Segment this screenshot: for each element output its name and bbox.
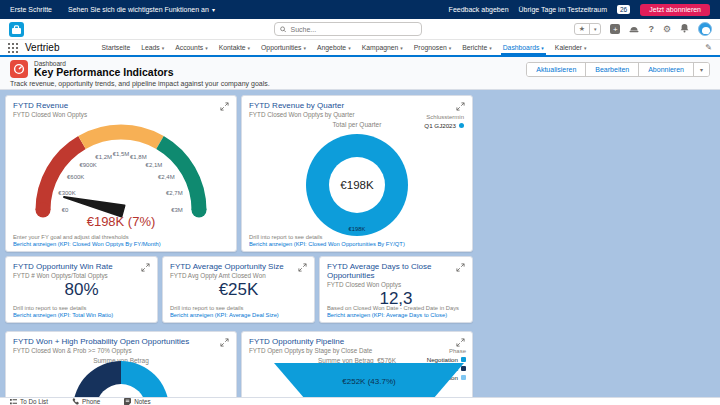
tab-label: Kampagnen xyxy=(362,44,399,51)
chevron-down-icon: ▾ xyxy=(584,45,587,51)
guidance-center-icon[interactable] xyxy=(629,24,639,35)
tab-opportunities[interactable]: Opportunities▾ xyxy=(259,40,308,55)
expand-icon[interactable] xyxy=(456,102,465,111)
gauge-tick-label: €600K xyxy=(67,174,84,180)
card-subtitle: FYTD Closed Won Opptys by Quarter xyxy=(249,111,355,118)
tab-accounts[interactable]: Accounts▾ xyxy=(173,40,209,55)
gauge-value-label: €198K (7%) xyxy=(13,214,229,229)
legend-color-swatch xyxy=(461,366,466,371)
view-report-link[interactable]: Bericht anzeigen (KPI: Closed Won Opptys… xyxy=(13,241,161,247)
expand-icon[interactable] xyxy=(141,263,150,272)
tab-label: Berichte xyxy=(462,44,487,51)
card-fytd-opportunity-pipeline: FYTD Opportunity Pipeline FYTD Open Oppt… xyxy=(241,331,473,397)
tab-label: Startseite xyxy=(101,44,130,51)
kpi-metric-value[interactable]: €25K xyxy=(170,280,307,300)
global-actions-icon[interactable]: + xyxy=(610,24,620,34)
tab-dashboards[interactable]: Dashboards▾ xyxy=(501,40,546,55)
chevron-down-icon: ▾ xyxy=(449,45,452,51)
salesforce-window: Erste Schritte Sehen Sie sich die wichti… xyxy=(0,0,720,405)
utility-todo-list[interactable]: To Do List xyxy=(10,398,48,405)
won-high-prob-donut-chart[interactable] xyxy=(73,361,169,397)
expand-icon[interactable] xyxy=(298,263,307,272)
refresh-button[interactable]: Aktualisieren xyxy=(527,63,586,76)
tab-leads[interactable]: Leads▾ xyxy=(139,40,166,55)
phone-icon xyxy=(72,398,79,405)
favorites-dropdown-icon[interactable]: ▾ xyxy=(590,24,601,34)
card-footer-note: Drill into report to see details xyxy=(170,305,279,311)
view-report-link[interactable]: Bericht anzeigen (KPI: Total Win Ratio) xyxy=(13,312,113,318)
help-icon[interactable]: ? xyxy=(648,24,654,34)
tab-berichte[interactable]: Berichte▾ xyxy=(460,40,493,55)
kpi-metric-value[interactable]: 80% xyxy=(13,280,150,300)
utility-phone[interactable]: Phone xyxy=(72,398,100,405)
card-fytd-average-days-to-close: FYTD Average Days to Close Opportunities… xyxy=(319,256,473,323)
chevron-down-icon: ▾ xyxy=(348,45,351,51)
card-footer-note: Enter your FY goal and adjust dial thres… xyxy=(13,234,161,240)
trial-link-erste-schritte[interactable]: Erste Schritte xyxy=(10,6,52,13)
card-title: FYTD Average Opportunity Size xyxy=(170,262,284,271)
app-logo-icon[interactable] xyxy=(8,22,25,37)
gauge-tick-label: €3M xyxy=(171,207,183,213)
tab-kontakte[interactable]: Kontakte▾ xyxy=(217,40,252,55)
setup-gear-icon[interactable]: ⚙ xyxy=(663,24,671,34)
tab-startseite[interactable]: Startseite xyxy=(99,40,132,55)
chevron-down-icon: ▾ xyxy=(248,45,251,51)
view-report-link[interactable]: Bericht anzeigen (KPI: Average Days to C… xyxy=(327,312,459,318)
trial-link-funktionen-label: Sehen Sie sich die wichtigsten Funktione… xyxy=(68,6,209,13)
utility-item-label: Phone xyxy=(82,398,100,405)
edit-navigation-pencil-icon[interactable]: ✎ xyxy=(705,43,712,52)
global-header-icons: ★ ▾ + ? ⚙ xyxy=(574,22,712,36)
chevron-down-icon: ▾ xyxy=(489,45,492,51)
expand-icon[interactable] xyxy=(220,102,229,111)
tab-prognosen[interactable]: Prognosen▾ xyxy=(412,40,453,55)
utility-notes[interactable]: Notes xyxy=(124,398,150,405)
edit-button[interactable]: Bearbeiten xyxy=(586,63,639,76)
tab-label: Dashboards xyxy=(503,44,540,51)
quarter-donut-chart[interactable]: €198K €198K xyxy=(306,134,408,236)
donut-hole: €198K xyxy=(329,157,385,213)
page-title: Key Performance Indicators xyxy=(34,67,173,78)
gauge-tick-label: €1,2M xyxy=(95,154,112,160)
trial-link-funktionen[interactable]: Sehen Sie sich die wichtigsten Funktione… xyxy=(68,6,215,13)
card-fytd-revenue: FYTD Revenue FYTD Closed Won Opptys €0 €… xyxy=(5,95,237,252)
more-actions-button[interactable]: ▾ xyxy=(694,63,709,76)
favorites-star-icon[interactable]: ★ xyxy=(575,24,590,34)
legend-item[interactable]: Negotiation xyxy=(416,356,466,363)
dashboard-action-buttons: Aktualisieren Bearbeiten Abonnieren ▾ xyxy=(526,62,710,77)
legend-item-label: Negotiation xyxy=(427,356,458,363)
view-report-link[interactable]: Bericht anzeigen (KPI: Closed Won Opport… xyxy=(249,241,405,247)
tab-kalender[interactable]: Kalender▾ xyxy=(553,40,589,55)
legend-color-dot xyxy=(459,123,464,128)
global-search[interactable] xyxy=(274,22,422,36)
tab-angebote[interactable]: Angebote▾ xyxy=(315,40,353,55)
card-fytd-revenue-by-quarter: FYTD Revenue by Quarter FYTD Closed Won … xyxy=(241,95,473,252)
expand-icon[interactable] xyxy=(456,338,465,347)
notifications-bell-icon[interactable] xyxy=(680,23,689,35)
expand-icon[interactable] xyxy=(220,338,229,347)
pipeline-funnel-stage[interactable]: €252K (43.7%) xyxy=(274,363,464,397)
chart-legend: Schlusstermin Q1 GJ2023 xyxy=(424,114,464,131)
donut-center-value: €198K xyxy=(340,179,373,191)
tab-label: Opportunities xyxy=(261,44,301,51)
legend-item-label: Q1 GJ2023 xyxy=(424,122,456,129)
tab-kampagnen[interactable]: Kampagnen▾ xyxy=(360,40,405,55)
legend-item[interactable]: Q1 GJ2023 xyxy=(424,122,464,129)
view-report-link[interactable]: Bericht anzeigen (KPI: Average Deal Size… xyxy=(170,312,279,318)
tab-label: Leads xyxy=(141,44,160,51)
subscribe-now-button[interactable]: Jetzt abonnieren xyxy=(640,4,710,16)
dashboard-canvas: FYTD Revenue FYTD Closed Won Opptys €0 €… xyxy=(0,90,720,397)
dashboard-header: Dashboard Key Performance Indicators Akt… xyxy=(0,57,720,90)
revenue-gauge-chart[interactable]: €0 €300K €600K €900K €1,2M €1,5M €1,8M €… xyxy=(13,118,229,230)
chevron-down-icon: ▾ xyxy=(212,7,215,13)
app-launcher-icon[interactable] xyxy=(8,43,18,53)
card-title: FYTD Average Days to Close Opportunities xyxy=(327,262,456,280)
user-avatar[interactable] xyxy=(698,22,712,36)
chevron-down-icon: ▾ xyxy=(400,45,403,51)
subscribe-dashboard-button[interactable]: Abonnieren xyxy=(639,63,694,76)
trial-banner: Erste Schritte Sehen Sie sich die wichti… xyxy=(0,0,720,19)
feedback-link[interactable]: Feedback abgeben xyxy=(449,6,509,13)
dashboard-title-block: Dashboard Key Performance Indicators xyxy=(34,60,173,78)
search-input[interactable] xyxy=(290,26,416,33)
axis-total-value: €576K xyxy=(377,357,396,364)
expand-icon[interactable] xyxy=(456,263,465,272)
